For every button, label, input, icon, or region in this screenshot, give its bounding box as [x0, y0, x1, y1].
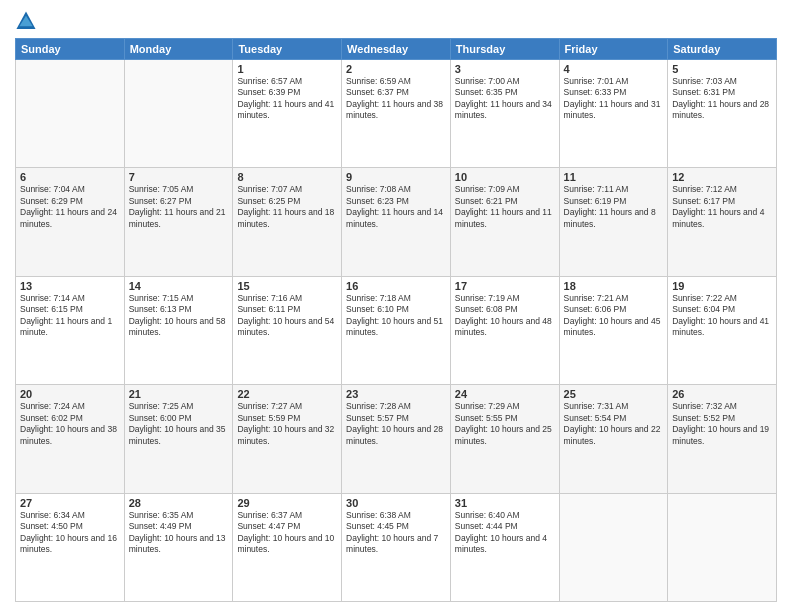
day-info: Sunrise: 7:21 AM Sunset: 6:06 PM Dayligh… [564, 293, 664, 339]
day-info: Sunrise: 7:22 AM Sunset: 6:04 PM Dayligh… [672, 293, 772, 339]
day-info: Sunrise: 6:38 AM Sunset: 4:45 PM Dayligh… [346, 510, 446, 556]
calendar-cell: 15Sunrise: 7:16 AM Sunset: 6:11 PM Dayli… [233, 276, 342, 384]
day-number: 27 [20, 497, 120, 509]
day-number: 2 [346, 63, 446, 75]
calendar-cell: 2Sunrise: 6:59 AM Sunset: 6:37 PM Daylig… [342, 60, 451, 168]
calendar-cell: 27Sunrise: 6:34 AM Sunset: 4:50 PM Dayli… [16, 493, 125, 601]
day-number: 4 [564, 63, 664, 75]
day-number: 6 [20, 171, 120, 183]
day-number: 30 [346, 497, 446, 509]
calendar-table: SundayMondayTuesdayWednesdayThursdayFrid… [15, 38, 777, 602]
day-info: Sunrise: 7:12 AM Sunset: 6:17 PM Dayligh… [672, 184, 772, 230]
calendar-cell: 28Sunrise: 6:35 AM Sunset: 4:49 PM Dayli… [124, 493, 233, 601]
calendar-cell: 24Sunrise: 7:29 AM Sunset: 5:55 PM Dayli… [450, 385, 559, 493]
day-info: Sunrise: 7:15 AM Sunset: 6:13 PM Dayligh… [129, 293, 229, 339]
day-info: Sunrise: 6:59 AM Sunset: 6:37 PM Dayligh… [346, 76, 446, 122]
calendar-cell: 10Sunrise: 7:09 AM Sunset: 6:21 PM Dayli… [450, 168, 559, 276]
weekday-header-tuesday: Tuesday [233, 39, 342, 60]
day-info: Sunrise: 7:19 AM Sunset: 6:08 PM Dayligh… [455, 293, 555, 339]
day-info: Sunrise: 7:32 AM Sunset: 5:52 PM Dayligh… [672, 401, 772, 447]
day-number: 31 [455, 497, 555, 509]
day-number: 21 [129, 388, 229, 400]
calendar-cell: 21Sunrise: 7:25 AM Sunset: 6:00 PM Dayli… [124, 385, 233, 493]
calendar-cell: 8Sunrise: 7:07 AM Sunset: 6:25 PM Daylig… [233, 168, 342, 276]
day-info: Sunrise: 6:35 AM Sunset: 4:49 PM Dayligh… [129, 510, 229, 556]
calendar-header: SundayMondayTuesdayWednesdayThursdayFrid… [16, 39, 777, 60]
weekday-header-friday: Friday [559, 39, 668, 60]
day-info: Sunrise: 7:08 AM Sunset: 6:23 PM Dayligh… [346, 184, 446, 230]
day-number: 16 [346, 280, 446, 292]
day-info: Sunrise: 7:16 AM Sunset: 6:11 PM Dayligh… [237, 293, 337, 339]
calendar-cell: 19Sunrise: 7:22 AM Sunset: 6:04 PM Dayli… [668, 276, 777, 384]
calendar-week-2: 6Sunrise: 7:04 AM Sunset: 6:29 PM Daylig… [16, 168, 777, 276]
day-number: 15 [237, 280, 337, 292]
calendar-cell: 7Sunrise: 7:05 AM Sunset: 6:27 PM Daylig… [124, 168, 233, 276]
day-info: Sunrise: 6:34 AM Sunset: 4:50 PM Dayligh… [20, 510, 120, 556]
calendar-week-5: 27Sunrise: 6:34 AM Sunset: 4:50 PM Dayli… [16, 493, 777, 601]
header [15, 10, 777, 32]
day-number: 1 [237, 63, 337, 75]
day-info: Sunrise: 6:37 AM Sunset: 4:47 PM Dayligh… [237, 510, 337, 556]
calendar-cell: 16Sunrise: 7:18 AM Sunset: 6:10 PM Dayli… [342, 276, 451, 384]
day-info: Sunrise: 7:05 AM Sunset: 6:27 PM Dayligh… [129, 184, 229, 230]
calendar-cell: 18Sunrise: 7:21 AM Sunset: 6:06 PM Dayli… [559, 276, 668, 384]
day-number: 28 [129, 497, 229, 509]
weekday-header-saturday: Saturday [668, 39, 777, 60]
day-number: 14 [129, 280, 229, 292]
day-info: Sunrise: 7:04 AM Sunset: 6:29 PM Dayligh… [20, 184, 120, 230]
calendar-cell: 13Sunrise: 7:14 AM Sunset: 6:15 PM Dayli… [16, 276, 125, 384]
day-number: 25 [564, 388, 664, 400]
weekday-header-sunday: Sunday [16, 39, 125, 60]
day-number: 17 [455, 280, 555, 292]
weekday-header-monday: Monday [124, 39, 233, 60]
calendar-cell: 23Sunrise: 7:28 AM Sunset: 5:57 PM Dayli… [342, 385, 451, 493]
weekday-header-thursday: Thursday [450, 39, 559, 60]
calendar-cell: 3Sunrise: 7:00 AM Sunset: 6:35 PM Daylig… [450, 60, 559, 168]
calendar-cell: 5Sunrise: 7:03 AM Sunset: 6:31 PM Daylig… [668, 60, 777, 168]
day-info: Sunrise: 7:09 AM Sunset: 6:21 PM Dayligh… [455, 184, 555, 230]
calendar-cell: 1Sunrise: 6:57 AM Sunset: 6:39 PM Daylig… [233, 60, 342, 168]
calendar-cell [16, 60, 125, 168]
day-number: 29 [237, 497, 337, 509]
day-number: 18 [564, 280, 664, 292]
calendar-cell: 14Sunrise: 7:15 AM Sunset: 6:13 PM Dayli… [124, 276, 233, 384]
calendar-cell [559, 493, 668, 601]
day-number: 3 [455, 63, 555, 75]
calendar-week-1: 1Sunrise: 6:57 AM Sunset: 6:39 PM Daylig… [16, 60, 777, 168]
weekday-row: SundayMondayTuesdayWednesdayThursdayFrid… [16, 39, 777, 60]
day-info: Sunrise: 6:40 AM Sunset: 4:44 PM Dayligh… [455, 510, 555, 556]
day-number: 5 [672, 63, 772, 75]
logo [15, 10, 40, 32]
day-info: Sunrise: 7:24 AM Sunset: 6:02 PM Dayligh… [20, 401, 120, 447]
calendar-cell [668, 493, 777, 601]
day-number: 23 [346, 388, 446, 400]
calendar-cell: 9Sunrise: 7:08 AM Sunset: 6:23 PM Daylig… [342, 168, 451, 276]
day-info: Sunrise: 7:18 AM Sunset: 6:10 PM Dayligh… [346, 293, 446, 339]
calendar-cell: 22Sunrise: 7:27 AM Sunset: 5:59 PM Dayli… [233, 385, 342, 493]
logo-icon [15, 10, 37, 32]
day-info: Sunrise: 7:28 AM Sunset: 5:57 PM Dayligh… [346, 401, 446, 447]
day-info: Sunrise: 7:00 AM Sunset: 6:35 PM Dayligh… [455, 76, 555, 122]
day-number: 20 [20, 388, 120, 400]
calendar-cell: 29Sunrise: 6:37 AM Sunset: 4:47 PM Dayli… [233, 493, 342, 601]
calendar-cell: 26Sunrise: 7:32 AM Sunset: 5:52 PM Dayli… [668, 385, 777, 493]
day-info: Sunrise: 7:31 AM Sunset: 5:54 PM Dayligh… [564, 401, 664, 447]
day-number: 11 [564, 171, 664, 183]
calendar-cell: 12Sunrise: 7:12 AM Sunset: 6:17 PM Dayli… [668, 168, 777, 276]
day-info: Sunrise: 7:14 AM Sunset: 6:15 PM Dayligh… [20, 293, 120, 339]
day-number: 9 [346, 171, 446, 183]
calendar-cell: 4Sunrise: 7:01 AM Sunset: 6:33 PM Daylig… [559, 60, 668, 168]
day-number: 22 [237, 388, 337, 400]
calendar-body: 1Sunrise: 6:57 AM Sunset: 6:39 PM Daylig… [16, 60, 777, 602]
day-number: 19 [672, 280, 772, 292]
day-number: 26 [672, 388, 772, 400]
calendar-cell: 20Sunrise: 7:24 AM Sunset: 6:02 PM Dayli… [16, 385, 125, 493]
day-info: Sunrise: 6:57 AM Sunset: 6:39 PM Dayligh… [237, 76, 337, 122]
day-number: 10 [455, 171, 555, 183]
day-info: Sunrise: 7:07 AM Sunset: 6:25 PM Dayligh… [237, 184, 337, 230]
day-info: Sunrise: 7:03 AM Sunset: 6:31 PM Dayligh… [672, 76, 772, 122]
calendar-week-4: 20Sunrise: 7:24 AM Sunset: 6:02 PM Dayli… [16, 385, 777, 493]
weekday-header-wednesday: Wednesday [342, 39, 451, 60]
calendar-cell: 11Sunrise: 7:11 AM Sunset: 6:19 PM Dayli… [559, 168, 668, 276]
day-number: 7 [129, 171, 229, 183]
